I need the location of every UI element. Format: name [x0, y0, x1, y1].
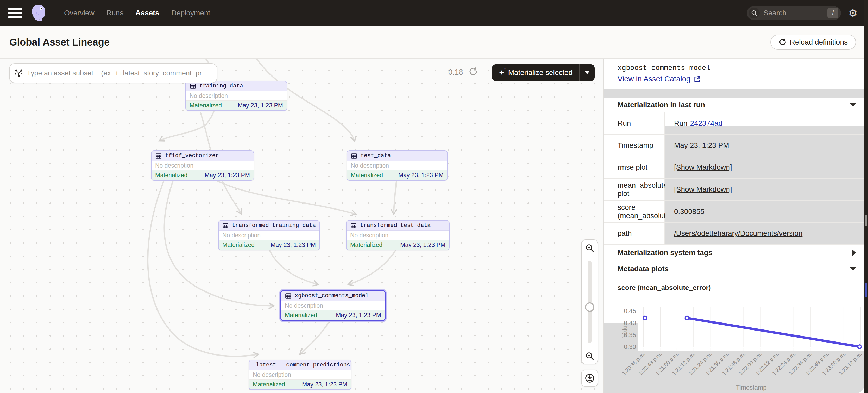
asset-node-xgboost_comments_model[interactable]: xgboost_comments_model No description Ma… — [280, 290, 386, 321]
row-value: [Show Markdown] — [665, 156, 868, 178]
menu-icon[interactable] — [8, 8, 22, 18]
table-row: rmse plot[Show Markdown] — [604, 156, 868, 178]
asset-node-description: No description — [249, 370, 351, 380]
row-value: [Show Markdown] — [665, 178, 868, 200]
gear-icon[interactable]: ⚙ — [848, 7, 858, 19]
status-badge: Materialized — [155, 172, 187, 179]
nav-runs[interactable]: Runs — [106, 9, 123, 17]
zoom-slider-handle[interactable] — [585, 302, 594, 312]
asset-detail-panel: xgboost_comments_model View in Asset Cat… — [604, 59, 868, 393]
table-icon — [222, 222, 228, 229]
data-point[interactable] — [858, 345, 862, 349]
zoom-in-button[interactable] — [582, 240, 598, 256]
lineage-graph-icon — [14, 69, 23, 77]
run-prefix: Run — [674, 119, 687, 128]
materialize-selected-button[interactable]: ✦ Materialize selected — [492, 64, 595, 81]
materialize-options-caret[interactable] — [580, 64, 595, 81]
table-row: RunRun242374ad — [604, 112, 868, 135]
selected-asset-title: xgboost_comments_model — [618, 64, 868, 72]
row-label: Run — [604, 112, 665, 134]
materialization-time[interactable]: May 23, 1:23 PM — [238, 102, 283, 109]
data-point[interactable] — [643, 316, 647, 320]
download-circle-icon — [585, 373, 595, 383]
metadata-table: RunRun242374adTimestampMay 23, 1:23 PMrm… — [604, 112, 868, 244]
lineage-edge — [394, 181, 397, 214]
table-row: mean_absolute_error plot[Show Markdown] — [604, 178, 868, 201]
search-placeholder: Search... — [763, 9, 827, 17]
asset-node-test_data[interactable]: test_data No description Materialized Ma… — [346, 151, 448, 181]
asset-node-footer: Materialized May 23, 1:23 PM — [281, 310, 385, 320]
dagster-logo-icon[interactable] — [29, 3, 49, 23]
asset-node-tfidf_vectorizer[interactable]: tfidf_vectorizer No description Material… — [151, 151, 254, 181]
nav-assets[interactable]: Assets — [135, 9, 159, 17]
materialization-time[interactable]: May 23, 1:23 PM — [336, 312, 381, 319]
page-header: Global Asset Lineage Reload definitions — [0, 26, 868, 59]
asset-subset-field[interactable] — [27, 69, 212, 77]
asset-node-description: No description — [281, 301, 385, 310]
asset-node-transformed_training_data[interactable]: transformed_training_data No description… — [218, 220, 320, 250]
section-materialization-last-run[interactable]: Materialization in last run — [604, 98, 868, 112]
refresh-countdown-icon[interactable] — [469, 67, 478, 76]
asset-node-title: training_data — [199, 83, 243, 89]
y-tick-label: 0.45 — [624, 307, 636, 315]
view-in-asset-catalog-link[interactable]: View in Asset Catalog — [618, 75, 701, 83]
asset-node-training_data[interactable]: training_data No description Materialize… — [185, 81, 287, 111]
value-link[interactable]: /Users/odetteharary/Documents/version — [674, 229, 802, 238]
lineage-edge — [148, 181, 258, 356]
zoom-slider-track[interactable] — [588, 261, 591, 343]
table-row: TimestampMay 23, 1:23 PM — [604, 135, 868, 157]
row-value: /Users/odetteharary/Documents/version — [665, 223, 868, 244]
row-label: mean_absolute_error plot — [604, 178, 665, 200]
value-link[interactable]: [Show Markdown] — [674, 185, 732, 194]
lineage-edge — [348, 250, 396, 285]
section-materialization-system-tags[interactable]: Materialization system tags — [604, 244, 868, 261]
table-icon — [285, 293, 291, 299]
magnifier-plus-icon — [585, 243, 594, 253]
refresh-timer: 0:18 — [448, 68, 463, 76]
status-badge: Materialized — [189, 102, 222, 109]
sparkle-icon: ✦ — [499, 69, 504, 76]
edge-fragment — [865, 283, 867, 297]
score-chart: 0.450.400.350.301:20:36 p.m.1:20:48 p.m.… — [604, 298, 868, 393]
data-point[interactable] — [685, 316, 689, 320]
row-label: Timestamp — [604, 135, 665, 156]
asset-node-title: xgboost_comments_model — [295, 293, 369, 299]
table-icon — [155, 153, 162, 159]
asset-node-latest__comment_predictions[interactable]: latest_…_comment_predictions No descript… — [249, 360, 351, 390]
table-icon — [350, 222, 357, 229]
materialization-time[interactable]: May 23, 1:23 PM — [400, 241, 445, 249]
asset-node-transformed_test_data[interactable]: transformed_test_data No description Mat… — [346, 220, 450, 250]
section-metadata-plots[interactable]: Metadata plots — [604, 261, 868, 277]
asset-lineage-graph[interactable]: 0:18 ✦ Materialize selected — [0, 59, 604, 393]
download-graph-button[interactable] — [581, 369, 598, 387]
chevron-right-icon — [852, 250, 856, 256]
row-label: rmse plot — [604, 156, 665, 178]
asset-node-title: tfidf_vectorizer — [165, 153, 219, 159]
nav-overview[interactable]: Overview — [64, 9, 94, 17]
asset-node-description: No description — [346, 231, 449, 240]
asset-node-title: transformed_test_data — [360, 222, 431, 229]
materialization-time[interactable]: May 23, 1:23 PM — [271, 241, 316, 249]
asset-node-description: No description — [347, 161, 447, 170]
content-area: 0:18 ✦ Materialize selected — [0, 59, 868, 393]
graph-zoom-widget — [581, 239, 598, 364]
run-id-link[interactable]: 242374ad — [690, 119, 722, 128]
search-input[interactable]: Search... / — [747, 6, 841, 20]
zoom-out-button[interactable] — [582, 348, 598, 364]
asset-node-header: latest_…_comment_predictions — [249, 360, 351, 370]
table-row: score (mean_absolute_error)0.300855 — [604, 201, 868, 223]
reload-definitions-button[interactable]: Reload definitions — [770, 35, 856, 50]
materialization-time[interactable]: May 23, 1:23 PM — [302, 381, 347, 388]
value-link[interactable]: [Show Markdown] — [674, 163, 732, 171]
asset-node-header: test_data — [347, 151, 447, 161]
materialization-time[interactable]: May 23, 1:23 PM — [398, 172, 444, 179]
search-shortcut-badge: / — [827, 8, 838, 18]
zoom-slider[interactable] — [582, 256, 598, 348]
materialization-time[interactable]: May 23, 1:23 PM — [205, 172, 250, 179]
asset-subset-input[interactable] — [9, 63, 217, 83]
status-badge: Materialized — [285, 312, 317, 319]
asset-node-description: No description — [186, 91, 287, 101]
nav-deployment[interactable]: Deployment — [171, 9, 210, 17]
asset-node-header: transformed_test_data — [346, 221, 449, 231]
status-badge: Materialized — [253, 381, 285, 388]
